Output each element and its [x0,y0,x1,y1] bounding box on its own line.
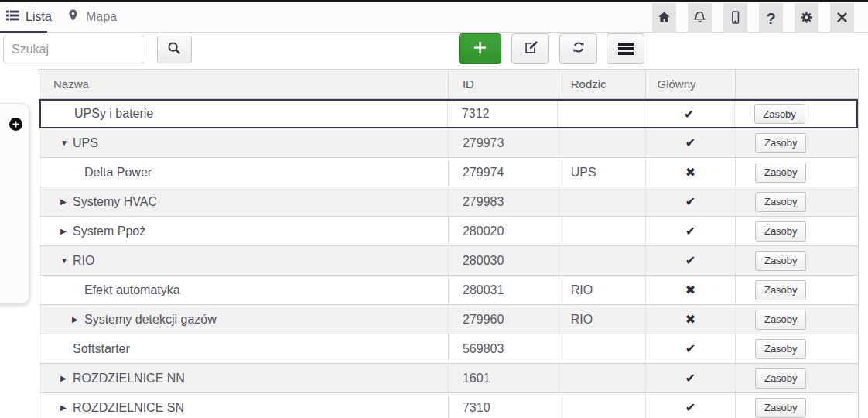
search-input[interactable] [3,36,145,63]
table-row[interactable]: ▼ RIO 280030 ✔ Zasoby [39,246,858,276]
zasoby-button[interactable]: Zasoby [755,251,806,271]
expand-arrow-icon[interactable]: ▶ [72,315,84,324]
check-icon: ✔ [685,341,695,356]
category-name: RIO [73,254,94,268]
edit-button[interactable] [511,33,549,64]
table-row[interactable]: UPSy i baterie 7312 ✔ Zasoby [39,99,858,128]
table-row[interactable]: ▶ ROZDZIELNICE NN 1601 ✔ Zasoby [39,364,858,393]
table-row[interactable]: ▶ ROZDZIELNICE SN 7310 ✔ Zasoby [39,393,858,418]
map-pin-icon [67,8,80,26]
tab-mapa[interactable]: Mapa [67,2,117,32]
notifications-button[interactable] [688,3,712,35]
expand-arrow-icon[interactable]: ▶ [60,374,73,382]
search-button[interactable] [157,36,192,63]
check-icon: ✔ [685,253,695,268]
add-button[interactable] [459,33,501,64]
zasoby-button[interactable]: Zasoby [755,339,806,359]
zasoby-button[interactable]: Zasoby [755,280,806,300]
hamburger-menu-icon [618,43,634,55]
row-parent: UPS [559,158,646,187]
category-name: Softstarter [73,342,130,356]
expand-arrow-icon[interactable]: ▼ [60,139,73,147]
table-header: Nazwa ID Rodzic Główny [39,70,858,99]
tab-lista[interactable]: Lista [6,2,52,32]
zasoby-button[interactable]: Zasoby [755,192,806,212]
row-id: 7312 [448,101,558,127]
expand-arrow-icon[interactable]: ▼ [60,256,73,265]
row-id: 280020 [449,217,559,245]
toolbar [0,33,868,68]
list-icon [6,10,19,24]
edit-pencil-icon [523,39,538,58]
check-icon: ✔ [685,371,695,385]
row-id: 1601 [449,364,559,392]
filter-panel[interactable]: Filtr [0,103,29,304]
expand-arrow-icon[interactable]: ▶ [60,197,73,206]
table-row[interactable]: ▶ Systemy detekcji gazów 279960 RIO ✖ Za… [39,305,858,334]
row-id: 7310 [449,393,559,418]
table-row[interactable]: ▶ System Ppoż 280020 ✔ Zasoby [39,217,858,246]
column-header-rodzic: Rodzic [559,70,646,98]
mobile-button[interactable] [723,3,747,35]
help-icon: ? [766,10,775,28]
row-id: 279974 [449,158,559,187]
cross-icon: ✖ [685,283,695,297]
mobile-icon [728,10,743,28]
category-name: System Ppoż [73,224,145,238]
table-row[interactable]: ▶ Systemy HVAC 279983 ✔ Zasoby [39,187,858,217]
cross-icon: ✖ [685,165,695,180]
zasoby-button[interactable]: Zasoby [754,104,805,124]
row-parent: RIO [559,276,646,304]
zasoby-button[interactable]: Zasoby [755,163,806,183]
settings-button[interactable] [795,3,818,35]
tab-bar: Lista Mapa [0,2,868,33]
table-row[interactable]: Efekt automatyka 280031 RIO ✖ Zasoby [39,276,858,305]
category-name: Systemy HVAC [73,195,157,209]
zasoby-button[interactable]: Zasoby [755,133,806,153]
row-id: 569803 [449,334,559,363]
column-header-actions [736,70,858,98]
table-row[interactable]: ▼ UPS 279973 ✔ Zasoby [39,128,858,158]
close-button[interactable] [830,3,854,35]
row-parent [558,101,644,127]
category-name: ROZDZIELNICE SN [73,401,184,415]
row-id: 279973 [449,128,559,157]
row-parent: RIO [559,305,646,334]
category-table: Nazwa ID Rodzic Główny UPSy i baterie 73… [39,69,859,418]
home-icon [657,10,672,28]
home-button[interactable] [652,3,676,35]
category-name: Systemy detekcji gazów [84,313,217,327]
row-parent [559,334,646,363]
expand-arrow-icon[interactable]: ▶ [60,227,73,235]
row-id: 279960 [449,305,559,334]
category-name: UPSy i baterie [74,107,153,121]
row-id: 280031 [449,276,559,304]
cross-icon: ✖ [685,312,695,327]
tab-mapa-label: Mapa [86,10,117,24]
category-name: ROZDZIELNICE NN [73,372,185,385]
row-parent [559,364,646,392]
table-row[interactable]: Delta Power 279974 UPS ✖ Zasoby [39,158,858,187]
zasoby-button[interactable]: Zasoby [755,221,806,242]
category-name: UPS [73,136,98,150]
window-controls: ? [652,3,854,35]
expand-arrow-icon[interactable]: ▶ [60,403,73,412]
magnifier-icon [167,41,182,59]
zasoby-button[interactable]: Zasoby [755,398,806,418]
refresh-button[interactable] [559,33,597,64]
tab-lista-label: Lista [26,10,52,24]
menu-button[interactable] [607,33,644,64]
help-button[interactable]: ? [759,3,783,35]
row-id: 279983 [449,187,559,216]
bell-icon [692,10,707,28]
category-name: Delta Power [84,166,152,180]
zasoby-button[interactable]: Zasoby [755,368,806,389]
zasoby-button[interactable]: Zasoby [755,310,806,330]
gear-icon [799,10,814,28]
plus-circle-icon[interactable] [9,118,22,131]
table-row[interactable]: Softstarter 569803 ✔ Zasoby [39,334,858,364]
category-name: Efekt automatyka [84,283,180,297]
row-parent [559,217,646,245]
check-icon: ✔ [685,224,695,238]
row-parent [559,393,646,418]
